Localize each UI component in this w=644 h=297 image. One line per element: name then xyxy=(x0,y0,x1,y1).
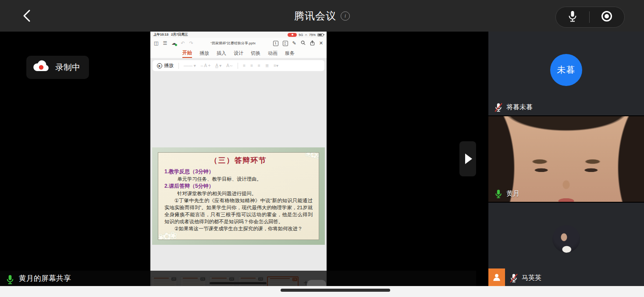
current-slide[interactable]: ❀✿❀ ❀✿❀ （三）答辩环节 1.教学反思（3分钟） 单元学习任务、教学目标、… xyxy=(152,147,325,245)
slide-line: ②如果将这一节课变成学生自主探究的课，你将如何改进？ xyxy=(164,225,313,232)
mic-active-icon xyxy=(494,189,503,198)
align-center-icon[interactable]: ≡ xyxy=(250,63,253,68)
document-filename: “田家炳杯”比赛经验分享.pptx xyxy=(198,41,269,46)
share-icon[interactable] xyxy=(310,40,315,47)
grid-view-button[interactable]: ⊞ xyxy=(307,280,326,286)
font-size-stepper[interactable]: – A + xyxy=(201,63,211,68)
shared-date: 2月7日周三 xyxy=(171,32,188,37)
participant-label: 将暮未暮 xyxy=(494,103,533,111)
person-icon xyxy=(492,272,502,282)
record-icon[interactable] xyxy=(601,10,613,24)
mic-muted-icon xyxy=(494,103,503,111)
battery-icon xyxy=(317,33,324,36)
right-arrow-icon xyxy=(465,154,472,164)
battery-percent: 75% xyxy=(309,33,316,37)
participant-tile-3[interactable]: 马英英 xyxy=(488,203,644,286)
host-badge xyxy=(488,268,505,286)
shared-screen: 上午10:13 2月7日周三 5G ∩ 75% ◫ ☰ ☁ ↶ ↷ “田家炳杯”… xyxy=(150,32,327,286)
tab-home[interactable]: 开始 xyxy=(182,49,192,58)
tab-insert[interactable]: 插入 xyxy=(217,49,226,57)
recording-badge: 录制中 xyxy=(26,56,89,79)
menu-icon[interactable]: ☰ xyxy=(163,41,167,46)
text-color-icon[interactable]: A ▾ xyxy=(215,63,221,68)
play-label: 播放 xyxy=(164,62,174,69)
shared-time: 上午10:13 xyxy=(153,32,168,37)
home-indicator[interactable] xyxy=(281,289,390,292)
headphones-icon: ∩ xyxy=(305,33,307,37)
avatar: 未暮 xyxy=(550,54,582,86)
slide-paper: ❀✿❀ ❀✿❀ （三）答辩环节 1.教学反思（3分钟） 单元学习任务、教学目标、… xyxy=(158,152,319,240)
info-icon[interactable]: i xyxy=(341,11,350,21)
wps-tab-bar: 开始 播放 插入 设计 切换 动画 服务 xyxy=(150,49,327,58)
collapse-sidebar-button[interactable] xyxy=(459,141,476,176)
title-area: 腾讯会议 i xyxy=(0,0,644,32)
meeting-title: 腾讯会议 xyxy=(294,9,336,23)
slide-line: ①丁肇中先生的《应有格物致知精神》中说“新的知识只能通过实地实验而得到”。如果学… xyxy=(164,197,313,225)
play-button[interactable]: ▶ 播放 xyxy=(157,62,174,69)
align-right-icon[interactable]: ≡ xyxy=(258,63,260,68)
mic-muted-icon xyxy=(509,273,518,282)
share-banner-label: 黄月的屏幕共享 xyxy=(19,273,71,283)
edit-pen-icon[interactable]: ✎ xyxy=(292,41,296,46)
cloud-sync-icon[interactable]: ☁ xyxy=(171,41,176,46)
align-left-icon[interactable]: ≡ xyxy=(243,63,246,68)
participant-name: 将暮未暮 xyxy=(506,103,533,111)
microphone-icon[interactable] xyxy=(567,10,578,24)
pill-divider xyxy=(589,11,590,23)
meeting-screen: 腾讯会议 i xyxy=(0,0,644,297)
participant-name: 黄月 xyxy=(506,190,519,198)
tab-play[interactable]: 播放 xyxy=(199,49,209,57)
layout-view-icon[interactable]: ▯ xyxy=(283,41,288,46)
participant-label: 马英英 xyxy=(509,273,541,282)
slide-line: 1.教学反思（3分钟） xyxy=(164,168,313,175)
top-bar: 腾讯会议 i xyxy=(0,0,644,32)
tab-transition[interactable]: 切换 xyxy=(251,49,260,57)
format-divider xyxy=(178,63,179,69)
recording-badge-label: 录制中 xyxy=(55,62,80,73)
screen-record-indicator xyxy=(288,33,297,37)
indent-icon[interactable]: ≡▾ xyxy=(274,63,278,68)
avatar-photo xyxy=(552,225,580,253)
slide-canvas: ❀✿❀ ❀✿❀ （三）答辩环节 1.教学反思（3分钟） 单元学习任务、教学目标、… xyxy=(150,98,327,286)
redo-icon[interactable]: ↷ xyxy=(189,41,193,46)
cloud-record-icon xyxy=(32,60,50,75)
participant-tile-2[interactable]: 黄月 xyxy=(488,116,644,202)
participant-label: 黄月 xyxy=(494,189,519,198)
format-divider2 xyxy=(238,63,238,69)
bottom-strip xyxy=(0,286,644,297)
participant-tile-1[interactable]: 未暮 将暮未暮 xyxy=(488,32,644,115)
slide-line: 针对课堂教学的相关问题进行提问。 xyxy=(164,190,313,197)
font-family-dropdown[interactable]: —— ▾ xyxy=(184,63,196,68)
shared-status-bar: 上午10:13 2月7日周三 5G ∩ 75% xyxy=(150,32,327,38)
participant-name: 马英英 xyxy=(522,274,541,282)
slide-line: 单元学习任务、教学目标、设计理由。 xyxy=(164,175,313,182)
network-label: 5G xyxy=(299,33,303,37)
system-control-pill xyxy=(555,7,625,28)
slide-title: （三）答辩环节 xyxy=(164,156,313,165)
tab-animation[interactable]: 动画 xyxy=(268,49,278,57)
mic-active-icon xyxy=(6,274,14,283)
shared-home-indicator xyxy=(210,282,267,284)
sidebar-toggle-icon[interactable]: ◫ xyxy=(154,41,158,46)
format-toolbar: ▶ 播放 —— ▾ – A + A ▾ A∼ ≡ ≡ ≡ ≣ ≡▾ xyxy=(153,60,324,71)
tab-design[interactable]: 设计 xyxy=(234,49,243,57)
search-icon[interactable] xyxy=(301,40,306,46)
play-icon: ▶ xyxy=(157,63,162,68)
slide-line: 2.课后答辩（5分钟） xyxy=(164,182,313,190)
list-icon[interactable]: ≣ xyxy=(265,63,269,68)
slide-number-icon[interactable]: 1 xyxy=(273,41,278,46)
undo-icon[interactable]: ↶ xyxy=(181,41,185,46)
wps-toolbar: ◫ ☰ ☁ ↶ ↷ “田家炳杯”比赛经验分享.pptx 1 ▯ ✎ ✕ xyxy=(150,38,327,49)
tab-services[interactable]: 服务 xyxy=(285,49,295,57)
close-icon[interactable]: ✕ xyxy=(319,41,323,46)
text-style-icon[interactable]: A∼ xyxy=(226,63,233,68)
